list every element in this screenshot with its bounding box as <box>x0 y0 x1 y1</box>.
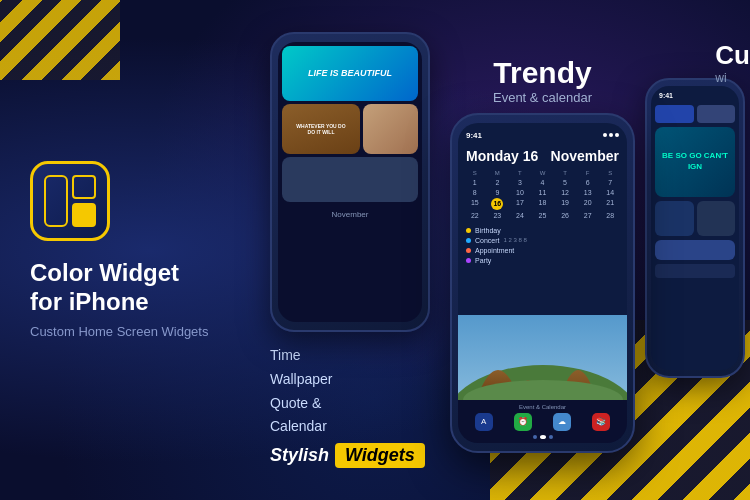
phone-landscape-image <box>458 315 627 400</box>
calendar-week2: 8 9 10 11 12 13 14 <box>464 188 621 197</box>
tile-gray <box>282 157 418 202</box>
calendar-header: Monday 16 November <box>458 144 627 168</box>
app-icon <box>30 161 110 241</box>
calendar-month: November <box>551 148 619 164</box>
phone-mockup-widgets: LIFE IS BEAUTIFUL WHATEVER YOU DODO IT W… <box>270 32 430 332</box>
trendy-title: Trendy <box>493 58 592 88</box>
widget-grid-icon <box>44 175 96 227</box>
tile-month: November <box>282 205 418 225</box>
phone-calendar: 9:41 Monday 16 November S <box>450 113 635 453</box>
phone-calendar-screen: 9:41 Monday 16 November S <box>458 123 627 443</box>
event-date-concert: 1 2 3 8 8 <box>504 237 527 243</box>
app-icons-row: A ⏰ ☁ 📚 <box>464 413 621 431</box>
event-name-birthday: Birthday <box>475 227 501 234</box>
event-name-party: Party <box>475 257 491 264</box>
calendar-day-labels: S M T W T F S <box>464 170 621 176</box>
tile-life-text: LIFE IS BEAUTIFUL <box>308 68 392 79</box>
phone-third-partial: 9:41 BE SO GO CAN'T IGN <box>645 78 745 378</box>
partial-title-text: Cu <box>715 40 750 71</box>
feature-calendar: Calendar <box>270 415 333 439</box>
middle-section: LIFE IS BEAUTIFUL WHATEVER YOU DODO IT W… <box>250 32 450 468</box>
stylish-label: Stylish <box>270 445 329 466</box>
event-birthday: Birthday <box>466 227 619 234</box>
phone-bottom-bar: Event & Calendar A ⏰ ☁ <box>458 400 627 443</box>
third-tile-quote: BE SO GO CAN'T IGN <box>655 127 735 197</box>
partial-title-overlay: Cu wi <box>715 40 750 85</box>
phone-third-screen: 9:41 BE SO GO CAN'T IGN <box>651 86 739 370</box>
arch-svg <box>458 315 627 400</box>
calendar-day: Monday 16 <box>466 148 538 164</box>
calendar-week4: 22 23 24 25 26 27 28 <box>464 211 621 220</box>
signal-icon <box>603 133 607 137</box>
third-quote-text: BE SO GO CAN'T IGN <box>661 151 729 172</box>
stylish-row: Stylish Widgets <box>270 443 425 468</box>
phone-time: 9:41 <box>466 131 482 140</box>
third-phone-header: 9:41 <box>655 90 735 101</box>
bottom-label: Event & Calendar <box>464 404 621 410</box>
trendy-section: Trendy Event & calendar 9:41 Mon <box>450 58 635 453</box>
third-small-bottom-2 <box>697 201 736 236</box>
app-subtitle: Custom Home Screen Widgets <box>30 324 250 339</box>
nav-dot-3 <box>549 435 553 439</box>
battery-icon <box>615 133 619 137</box>
event-dot-concert <box>466 238 471 243</box>
nav-dot-1 <box>533 435 537 439</box>
app-icon-appstore: A <box>475 413 493 431</box>
event-party: Party <box>466 257 619 264</box>
tile-life: LIFE IS BEAUTIFUL <box>282 46 418 101</box>
main-content: Color Widget for iPhone Custom Home Scre… <box>0 0 750 500</box>
calendar-grid: S M T W T F S 1 2 3 4 <box>458 168 627 223</box>
feature-list: Time Wallpaper Quote & Calendar <box>270 344 333 439</box>
event-appointment: Appointment <box>466 247 619 254</box>
trendy-subtitle: Event & calendar <box>493 90 592 105</box>
third-bottom-row <box>655 201 735 236</box>
event-dot-birthday <box>466 228 471 233</box>
event-concert: Concert 1 2 3 8 8 <box>466 237 619 244</box>
arch-rock-image <box>458 315 627 400</box>
event-name-appointment: Appointment <box>475 247 514 254</box>
third-thin-tile <box>655 264 735 278</box>
left-section: Color Widget for iPhone Custom Home Scre… <box>30 161 250 340</box>
app-title-line2: for iPhone <box>30 288 149 315</box>
feature-quote: Quote & <box>270 392 333 416</box>
calendar-week1: 1 2 3 4 5 6 7 <box>464 178 621 187</box>
third-long-tile <box>655 240 735 260</box>
third-small-tile-1 <box>655 105 694 123</box>
third-small-tile-2 <box>697 105 736 123</box>
event-name-concert: Concert <box>475 237 500 244</box>
widget-cell-large <box>44 175 68 227</box>
event-dot-party <box>466 258 471 263</box>
calendar-week3: 15 16 17 18 19 20 21 <box>464 198 621 210</box>
feature-wallpaper: Wallpaper <box>270 368 333 392</box>
app-title: Color Widget for iPhone <box>30 259 250 317</box>
widget-cell-small-bottom <box>72 203 96 227</box>
wifi-icon <box>609 133 613 137</box>
status-icons <box>603 133 619 137</box>
app-icon-clock: ⏰ <box>514 413 532 431</box>
third-small-bottom-1 <box>655 201 694 236</box>
phone-screen-widgets: LIFE IS BEAUTIFUL WHATEVER YOU DODO IT W… <box>278 42 422 322</box>
event-list: Birthday Concert 1 2 3 8 8 Appointment <box>458 223 627 316</box>
partial-subtitle-text: wi <box>715 71 750 85</box>
feature-time: Time <box>270 344 333 368</box>
right-section: Trendy Event & calendar 9:41 Mon <box>450 48 750 453</box>
nav-dot-active <box>540 435 546 439</box>
app-icon-weather: ☁ <box>553 413 571 431</box>
tile-whatever-text: WHATEVER YOU DODO IT WILL <box>294 121 347 137</box>
phone-status-bar: 9:41 <box>458 123 627 144</box>
third-phone-time: 9:41 <box>659 92 673 99</box>
widget-cell-small-top <box>72 175 96 199</box>
tile-month-text: November <box>332 210 369 219</box>
app-title-line1: Color Widget <box>30 259 179 286</box>
widgets-badge: Widgets <box>335 443 425 468</box>
pagination-dots <box>464 435 621 439</box>
event-dot-appointment <box>466 248 471 253</box>
app-icon-books: 📚 <box>592 413 610 431</box>
